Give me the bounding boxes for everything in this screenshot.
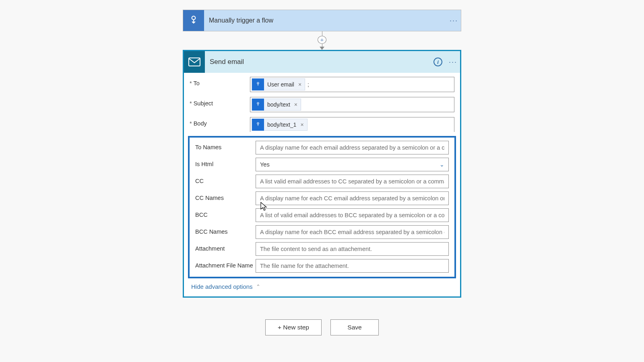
cc-input[interactable] (256, 175, 449, 188)
attachment-input[interactable] (256, 242, 449, 256)
bcc-label: BCC (195, 208, 256, 218)
trigger-card: Manually trigger a flow ··· (183, 10, 461, 31)
cc-names-label: CC Names (195, 191, 256, 201)
is-html-select[interactable]: Yes ⌄ (256, 158, 449, 171)
token-icon (252, 99, 264, 111)
token-user-email[interactable]: User email × (252, 78, 305, 90)
token-body-text-1[interactable]: body/text_1 × (252, 119, 308, 131)
action-title[interactable]: Send email (205, 58, 433, 66)
token-remove-icon[interactable]: × (293, 101, 301, 108)
svg-point-2 (257, 82, 259, 84)
save-button[interactable]: Save (330, 319, 379, 335)
mail-icon (184, 51, 205, 73)
to-names-label: To Names (195, 141, 256, 150)
svg-rect-1 (189, 58, 200, 66)
attachment-label: Attachment (195, 242, 256, 252)
svg-point-3 (257, 102, 259, 104)
token-remove-icon[interactable]: × (299, 121, 307, 128)
attachment-file-name-input[interactable] (256, 259, 449, 273)
token-body-text[interactable]: body/text × (252, 99, 301, 111)
new-step-button[interactable]: + New step (265, 319, 322, 335)
info-icon[interactable]: i (433, 58, 442, 66)
bcc-names-label: BCC Names (195, 225, 256, 235)
token-icon (252, 119, 264, 131)
action-card: Send email i ··· * To User email × ; (183, 50, 461, 298)
chevron-down-icon: ⌄ (440, 161, 444, 168)
token-icon (252, 78, 264, 90)
chevron-up-icon: ⌃ (256, 284, 260, 290)
trigger-manual-icon (183, 10, 204, 31)
trigger-title[interactable]: Manually trigger a flow (204, 17, 450, 24)
svg-point-4 (257, 122, 259, 124)
insert-step-button[interactable]: + (318, 36, 326, 44)
advanced-options-panel: To Names Is Html Yes ⌄ (188, 136, 456, 278)
body-field[interactable]: body/text_1 × (250, 117, 454, 132)
to-field[interactable]: User email × ; (250, 77, 454, 92)
trigger-more-icon[interactable]: ··· (450, 16, 461, 25)
bcc-input[interactable] (256, 208, 449, 222)
bcc-names-input[interactable] (256, 225, 449, 239)
svg-point-0 (192, 16, 196, 20)
arrow-down-icon (320, 47, 324, 50)
action-more-icon[interactable]: ··· (449, 58, 460, 66)
to-names-input[interactable] (256, 141, 449, 154)
hide-advanced-toggle[interactable]: Hide advanced options ⌃ (190, 281, 454, 296)
body-label: * Body (190, 117, 250, 127)
subject-label: * Subject (190, 97, 250, 107)
is-html-label: Is Html (195, 158, 256, 167)
to-label: * To (190, 77, 250, 86)
subject-field[interactable]: body/text × (250, 97, 454, 112)
connector: + (183, 31, 461, 50)
cc-label: CC (195, 175, 256, 184)
attachment-file-name-label: Attachment File Name (195, 259, 256, 269)
cc-names-input[interactable] (256, 191, 449, 205)
token-remove-icon[interactable]: × (297, 81, 305, 88)
